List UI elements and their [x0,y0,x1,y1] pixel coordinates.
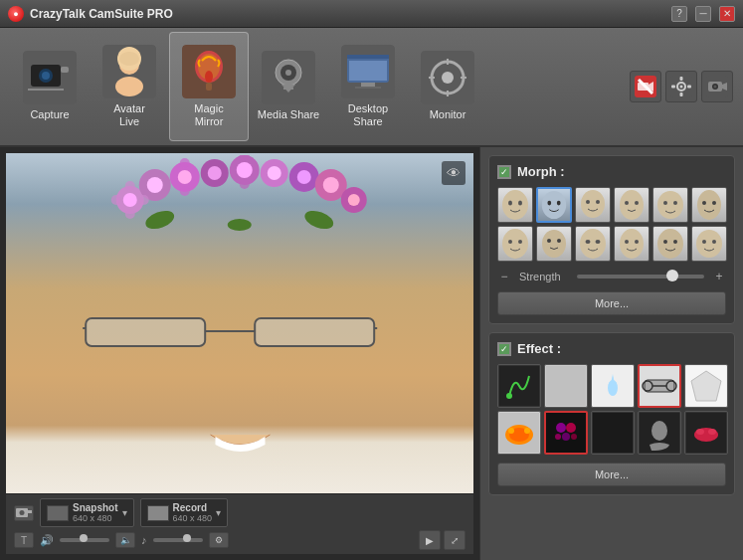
morph-thumb-8[interactable] [536,226,572,262]
svg-point-96 [625,201,629,205]
svg-point-49 [143,207,177,232]
playback-controls: ▶ ⤢ [419,530,465,550]
morph-header: ✓ Morph : [497,164,726,179]
morph-thumb-10[interactable] [614,226,650,262]
no-cam-button[interactable] [630,71,661,102]
svg-point-86 [502,190,528,220]
svg-point-142 [555,434,561,440]
settings-button[interactable] [665,71,697,102]
morph-more-button[interactable]: More... [497,291,726,315]
svg-rect-85 [28,510,32,513]
morph-section: ✓ Morph : [488,155,735,324]
svg-point-28 [442,72,454,84]
effect-thumb-3[interactable] [591,364,635,408]
morph-thumb-7[interactable] [497,226,533,262]
desktop-share-icon [341,45,395,98]
morph-thumb-9[interactable] [575,226,611,262]
svg-point-65 [297,170,311,184]
volume-slider[interactable] [60,538,109,542]
video-area: 👁 Snapshot 640 x 480 ▾ [0,147,479,560]
eye-toggle-button[interactable]: 👁 [442,161,465,185]
svg-point-139 [556,423,566,433]
morph-thumb-11[interactable] [652,226,688,262]
toolbar-item-avatar-live[interactable]: AvatarLive [90,32,169,141]
effect-checkbox[interactable]: ✓ [497,342,511,356]
strength-minus-button[interactable]: − [497,270,511,283]
snapshot-mode-button[interactable] [14,505,34,521]
morph-thumb-12[interactable] [691,226,727,262]
svg-point-102 [702,201,706,205]
svg-point-119 [696,230,722,258]
title-bar-controls: ? ─ ✕ [671,6,735,22]
strength-plus-button[interactable]: + [712,270,726,283]
minimize-button[interactable]: ─ [695,6,711,22]
strength-slider[interactable] [577,275,704,279]
effect-thumb-7[interactable] [544,411,588,455]
svg-rect-43 [687,86,691,89]
effect-thumb-5[interactable] [684,364,728,408]
snapshot-box[interactable]: Snapshot 640 x 480 ▾ [40,498,134,527]
fullscreen-button[interactable]: ⤢ [444,530,465,550]
toolbar-item-monitor[interactable]: Monitor [408,32,487,141]
morph-thumb-3[interactable] [575,187,611,223]
svg-point-94 [596,200,600,204]
effect-thumb-10[interactable] [684,411,728,455]
svg-rect-25 [355,87,381,89]
svg-point-116 [657,229,683,259]
svg-point-113 [620,229,644,259]
music-slider[interactable] [153,538,203,542]
morph-thumb-2[interactable] [536,187,572,223]
svg-rect-144 [593,413,633,453]
svg-rect-79 [255,318,374,346]
svg-point-73 [139,195,149,205]
snapshot-arrow: ▾ [122,507,127,518]
record-box[interactable]: Record 640 x 480 ▾ [140,498,229,527]
effect-thumb-6[interactable] [497,411,541,455]
morph-checkbox[interactable]: ✓ [497,165,511,179]
effect-thumb-4[interactable] [638,364,681,408]
svg-point-107 [542,230,566,258]
svg-point-3 [42,72,50,80]
morph-thumb-4[interactable] [614,187,650,223]
camera-button[interactable] [701,71,733,102]
morph-thumb-1[interactable] [497,187,533,223]
svg-point-70 [125,181,135,191]
text-overlay-button[interactable]: T [14,532,34,548]
snapshot-thumb [47,505,69,521]
toolbar-item-magic-mirror[interactable]: MagicMirror [169,32,249,141]
right-panel: ✓ Morph : [479,147,743,560]
close-button[interactable]: ✕ [719,6,735,22]
svg-point-100 [673,201,677,205]
effect-thumb-1[interactable] [497,364,541,408]
svg-rect-23 [349,61,387,81]
svg-rect-124 [546,366,586,406]
svg-point-150 [708,429,716,435]
music-settings-button[interactable]: ⚙ [209,532,229,548]
svg-point-121 [712,240,716,244]
toolbar-item-capture[interactable]: Capture [10,32,90,141]
record-arrow: ▾ [216,507,221,518]
effect-thumb-2[interactable] [544,364,588,408]
morph-thumb-5[interactable] [652,187,688,223]
svg-point-117 [663,240,667,244]
svg-point-53 [123,193,137,207]
svg-point-55 [147,177,163,193]
mute-button[interactable]: 🔈 [115,532,135,548]
svg-point-72 [111,195,121,205]
effect-thumb-9[interactable] [638,411,681,455]
svg-point-57 [178,170,192,184]
play-button[interactable]: ▶ [419,530,441,550]
effect-more-button[interactable]: More... [497,463,726,486]
morph-thumb-6[interactable] [691,187,727,223]
effect-thumb-8[interactable] [591,411,635,455]
record-thumb [147,505,169,521]
svg-point-103 [712,201,716,205]
svg-point-61 [237,162,253,178]
svg-point-97 [635,201,639,205]
svg-point-48 [714,86,717,89]
toolbar-item-media-share[interactable]: Media Share [249,32,328,141]
toolbar-item-desktop-share[interactable]: DesktopShare [328,32,408,141]
help-button[interactable]: ? [671,6,687,22]
monitor-icon [421,51,474,104]
svg-point-140 [566,423,576,433]
